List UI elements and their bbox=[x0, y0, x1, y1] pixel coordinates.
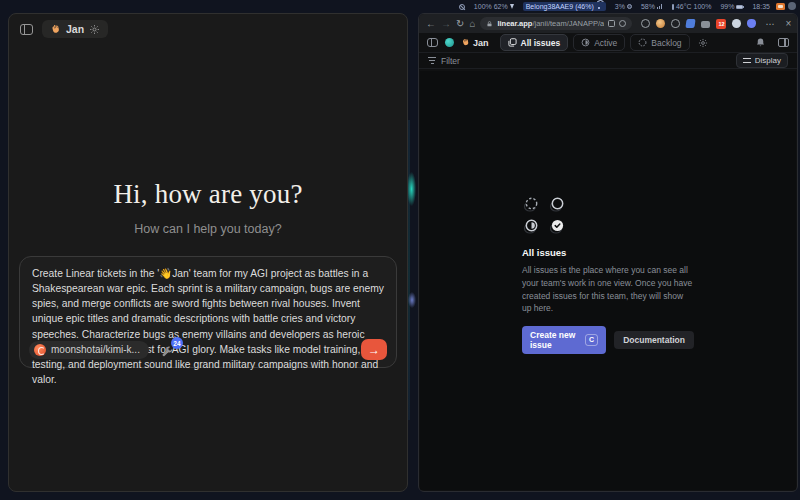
greeting-subtitle: How can I help you today? bbox=[9, 222, 407, 236]
power-bolt-icon bbox=[510, 4, 514, 9]
chat-composer[interactable]: Create Linear tickets in the '👋Jan' team… bbox=[19, 256, 397, 368]
wifi-icon bbox=[596, 4, 603, 9]
in-progress-status-icon bbox=[523, 219, 539, 234]
create-new-issue-button[interactable]: Create new issue C bbox=[522, 326, 606, 354]
browser-window: ← → ↻ ⌂ linear.app/janii/team/JANAPP/all… bbox=[418, 13, 798, 492]
status-audio-label: 100% 62% bbox=[474, 3, 508, 10]
status-wifi[interactable]: Belong38AAE9 (46%) bbox=[523, 2, 606, 11]
all-issues-empty-state: All issues All issues is the place where… bbox=[522, 197, 694, 354]
url-text: linear.app/janii/team/JANAPP/all bbox=[497, 19, 604, 28]
memory-icon bbox=[657, 4, 663, 9]
reader-mode-icon[interactable] bbox=[608, 20, 615, 27]
status-temp: 46°C 100% bbox=[672, 3, 712, 10]
status-audio-battery: 100% 62% bbox=[474, 3, 514, 10]
home-button[interactable]: ⌂ bbox=[469, 19, 475, 29]
lock-icon bbox=[486, 20, 493, 28]
display-sliders-icon bbox=[743, 57, 751, 64]
assistant-selector[interactable]: Jan bbox=[42, 20, 108, 38]
tab-active-label: Active bbox=[594, 38, 617, 48]
status-battery: 99% bbox=[720, 3, 743, 10]
bookmark-icon[interactable] bbox=[619, 20, 626, 27]
right-panel-toggle-icon[interactable] bbox=[778, 38, 789, 47]
tab-all-issues-label: All issues bbox=[521, 38, 561, 48]
browser-toolbar: ← → ↻ ⌂ linear.app/janii/team/JANAPP/all… bbox=[419, 14, 797, 33]
cpu-label: 3% bbox=[615, 3, 625, 10]
documentation-label: Documentation bbox=[623, 335, 685, 345]
status-clock: 18:35 bbox=[752, 3, 770, 10]
empty-state-actions: Create new issue C Documentation bbox=[522, 326, 694, 354]
jan-main-area: Hi, how are you? How can I help you toda… bbox=[9, 44, 407, 491]
done-status-icon bbox=[549, 219, 565, 234]
system-tray bbox=[776, 2, 796, 10]
team-wave-hand-icon bbox=[461, 38, 470, 47]
battery-icon bbox=[736, 5, 743, 9]
extension-light-icon[interactable] bbox=[732, 19, 741, 28]
wave-hand-icon bbox=[50, 24, 61, 35]
url-path: /janii/team/JANAPP/all bbox=[532, 19, 604, 28]
issue-status-icons bbox=[523, 197, 694, 234]
extension-flag-icon[interactable] bbox=[686, 19, 696, 28]
tools-button[interactable]: 24 bbox=[161, 342, 176, 357]
sidebar-toggle-icon[interactable] bbox=[20, 24, 33, 35]
team-label: Jan bbox=[473, 38, 489, 48]
extension-wallet-icon[interactable] bbox=[701, 21, 710, 28]
url-host: linear.app bbox=[497, 19, 532, 28]
notifications-bell-icon[interactable] bbox=[755, 37, 766, 48]
filter-icon bbox=[428, 57, 436, 64]
forward-button[interactable]: → bbox=[441, 19, 451, 29]
workspace-avatar[interactable] bbox=[445, 38, 454, 47]
model-name: moonshotai/kimi-k... bbox=[51, 344, 140, 355]
tab-active[interactable]: Active bbox=[573, 34, 625, 51]
jan-titlebar: Jan bbox=[9, 14, 407, 44]
app-tray-icon[interactable] bbox=[788, 2, 796, 10]
greeting-title: Hi, how are you? bbox=[9, 179, 407, 210]
assistant-name: Jan bbox=[66, 23, 84, 35]
linear-content-area: All issues All issues is the place where… bbox=[420, 71, 796, 490]
composer-toolbar: moonshotai/kimi-k... 24 → bbox=[29, 339, 387, 360]
linear-header: Jan All issues Active Backlog bbox=[419, 33, 797, 52]
todo-status-icon bbox=[549, 197, 565, 212]
linear-team-name: Jan bbox=[461, 38, 489, 48]
empty-state-title: All issues bbox=[522, 247, 694, 258]
shortcut-key-badge: C bbox=[585, 334, 598, 346]
wallpaper-glow-cyan bbox=[407, 172, 416, 206]
view-settings-gear-icon[interactable] bbox=[698, 38, 708, 48]
extension-cloud-icon[interactable] bbox=[671, 19, 680, 28]
active-icon bbox=[581, 38, 590, 47]
status-cpu: 3% bbox=[615, 3, 632, 10]
model-selector[interactable]: moonshotai/kimi-k... bbox=[29, 341, 149, 359]
filter-button[interactable]: Filter bbox=[428, 56, 460, 66]
issues-icon bbox=[508, 38, 517, 47]
display-button[interactable]: Display bbox=[736, 53, 788, 68]
toolbar-overflow-button[interactable]: ⋯ bbox=[765, 19, 774, 29]
documentation-button[interactable]: Documentation bbox=[614, 331, 694, 349]
wifi-network-label: Belong38AAE9 (46%) bbox=[526, 3, 594, 10]
filter-label: Filter bbox=[441, 56, 460, 66]
tab-all-issues[interactable]: All issues bbox=[500, 34, 569, 51]
gear-icon[interactable] bbox=[89, 24, 100, 35]
system-status-bar: 100% 62% Belong38AAE9 (46%) 3% 58% 46°C … bbox=[0, 0, 800, 13]
reload-button[interactable]: ↻ bbox=[456, 19, 464, 29]
tools-count-badge: 24 bbox=[171, 337, 183, 349]
back-button[interactable]: ← bbox=[426, 19, 436, 29]
create-new-issue-label: Create new issue bbox=[530, 330, 580, 350]
jan-app-window: Jan Hi, how are you? How can I help you … bbox=[8, 13, 408, 492]
mail-tray-icon[interactable] bbox=[776, 3, 785, 10]
address-bar[interactable]: linear.app/janii/team/JANAPP/all bbox=[480, 17, 632, 30]
thermometer-icon bbox=[672, 4, 674, 10]
tab-backlog-label: Backlog bbox=[651, 38, 681, 48]
extension-avatar-icon[interactable] bbox=[656, 19, 665, 28]
backlog-icon bbox=[638, 38, 647, 47]
extension-ring-icon[interactable] bbox=[641, 19, 650, 28]
send-button[interactable]: → bbox=[361, 339, 387, 360]
clock-label: 18:35 bbox=[752, 3, 770, 10]
backlog-status-icon bbox=[523, 197, 539, 212]
extension-badge-icon[interactable]: 12 bbox=[716, 19, 726, 29]
window-close-button[interactable]: × bbox=[785, 18, 791, 29]
linear-sidebar-toggle-icon[interactable] bbox=[427, 38, 438, 47]
extension-hand-icon[interactable] bbox=[747, 19, 756, 28]
temperature-label: 46°C 100% bbox=[676, 3, 712, 10]
chat-input-text[interactable]: Create Linear tickets in the '👋Jan' team… bbox=[20, 257, 396, 387]
tab-backlog[interactable]: Backlog bbox=[630, 34, 689, 51]
memory-label: 58% bbox=[641, 3, 655, 10]
